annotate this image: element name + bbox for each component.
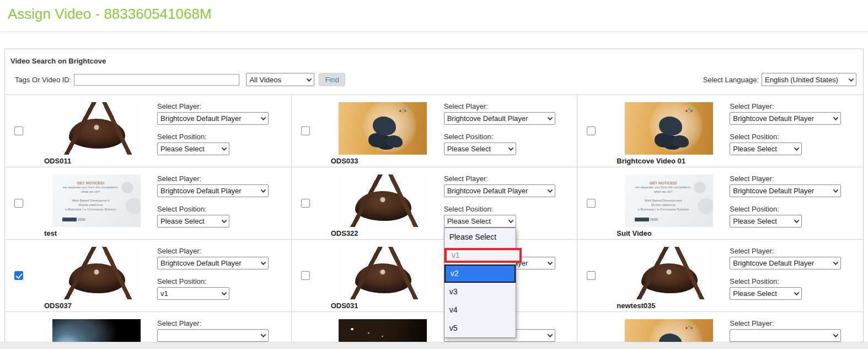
player-label: Select Player: xyxy=(730,247,863,255)
player-select[interactable]: Brightcove Default Player xyxy=(730,184,841,197)
find-button[interactable]: Find xyxy=(319,73,345,86)
video-name: Brightcove Video 01 xyxy=(612,157,725,165)
video-checkbox[interactable] xyxy=(587,271,596,280)
video-figure: Brightcove Video 01 xyxy=(612,95,725,167)
dropdown-option[interactable]: v3 xyxy=(444,283,516,301)
video-thumbnail xyxy=(625,247,713,299)
video-figure: ODS037 xyxy=(40,240,153,311)
tags-label: Tags Or Video ID: xyxy=(15,76,71,84)
search-panel: Video Search on Brightcove Tags Or Video… xyxy=(4,49,864,349)
chevron-down-icon xyxy=(833,187,839,193)
grid-row: ODS037 Select Player: Brightcove Default… xyxy=(5,239,863,311)
panel-header: Video Search on Brightcove xyxy=(5,49,863,71)
player-select[interactable] xyxy=(730,329,841,342)
video-thumbnail xyxy=(625,102,713,155)
video-checkbox[interactable] xyxy=(14,199,23,208)
player-label: Select Player: xyxy=(157,247,291,255)
video-figure: ODS011 xyxy=(40,95,153,167)
player-label: Select Player: xyxy=(730,174,863,183)
player-select[interactable]: Brightcove Default Player xyxy=(730,257,841,269)
position-select[interactable]: Please Select xyxy=(157,215,229,228)
chevron-down-icon xyxy=(261,115,266,120)
position-select[interactable]: Please Select xyxy=(730,287,802,300)
language-select[interactable]: English (United States) xyxy=(762,73,856,86)
player-select[interactable]: Brightcove Default Player xyxy=(730,112,841,125)
position-dropdown: Please Select v1 v2 v3 v4 v5 xyxy=(444,228,516,338)
chevron-down-icon xyxy=(547,187,553,193)
language-group: Select Language: English (United States) xyxy=(703,73,856,86)
dropdown-option[interactable]: v5 xyxy=(444,319,516,337)
chevron-down-icon xyxy=(307,76,312,82)
video-cell-brightcove-video-01: Brightcove Video 01 Select Player: Brigh… xyxy=(577,95,863,167)
promo-button-art xyxy=(62,218,77,221)
video-name: ODS011 xyxy=(40,157,153,165)
promo-line: what we do? xyxy=(625,189,702,194)
video-figure: ODS033 xyxy=(326,95,440,167)
video-thumbnail xyxy=(339,102,427,155)
video-figure: ODS322 xyxy=(326,167,440,239)
dropdown-option-annotated[interactable]: v1 xyxy=(444,248,522,263)
player-label: Select Player: xyxy=(444,102,577,110)
video-thumbnail xyxy=(339,247,427,299)
position-select[interactable]: Please Select xyxy=(730,142,802,155)
player-label: Select Player: xyxy=(730,319,863,327)
chevron-down-icon xyxy=(261,260,266,265)
video-checkbox[interactable] xyxy=(301,199,310,208)
assign-video-page: Assign Video - 883360541068M Video Searc… xyxy=(0,0,868,349)
position-select[interactable]: Please Select xyxy=(157,142,229,155)
promo-line: Mobile platforms xyxy=(625,203,702,207)
position-select-open[interactable]: Please Select xyxy=(444,215,516,228)
grid-row: ODS011 Select Player: Brightcove Default… xyxy=(5,94,863,167)
search-row: Tags Or Video ID: All Videos Find Select… xyxy=(5,71,863,94)
chevron-down-icon xyxy=(508,218,513,223)
dropdown-option[interactable]: Please Select xyxy=(444,228,516,246)
position-select[interactable]: v1 xyxy=(157,287,229,300)
video-checkbox[interactable] xyxy=(301,271,310,280)
video-cell-test: GET NOTICED! we separate you from the co… xyxy=(5,167,291,239)
video-thumbnail xyxy=(52,247,141,299)
chevron-down-icon xyxy=(849,76,854,82)
video-checkbox[interactable] xyxy=(587,126,596,135)
dropdown-option-highlighted[interactable]: v2 xyxy=(444,265,516,283)
cell-controls: Select Player: Brightcove Default Player… xyxy=(440,167,577,239)
tags-input[interactable] xyxy=(74,74,239,86)
cell-controls: Select Player: Brightcove Default Player… xyxy=(440,95,577,167)
position-label: Select Position: xyxy=(157,205,291,213)
video-cell-newtest035: newtest035 Select Player: Brightcove Def… xyxy=(577,240,863,311)
video-name: Suit Video xyxy=(612,229,725,237)
video-checkbox-checked[interactable] xyxy=(14,271,23,280)
chevron-down-icon xyxy=(794,218,800,223)
video-figure: newtest035 xyxy=(612,240,725,311)
player-select[interactable] xyxy=(157,329,269,342)
page-title: Assign Video - 883360541068M xyxy=(8,6,212,23)
position-label: Select Position: xyxy=(730,205,863,213)
dropdown-option[interactable]: v4 xyxy=(444,301,516,319)
cell-controls: Select Player: Brightcove Default Player… xyxy=(153,95,291,167)
promo-line: what we do? xyxy=(52,189,130,194)
player-select[interactable]: Brightcove Default Player xyxy=(444,112,555,125)
player-select[interactable]: Brightcove Default Player xyxy=(157,112,269,125)
video-checkbox[interactable] xyxy=(301,126,310,135)
video-thumbnail: GET NOTICED! we separate you from the co… xyxy=(625,174,713,227)
video-checkbox[interactable] xyxy=(14,126,23,135)
video-name: ODS322 xyxy=(326,229,440,237)
position-select[interactable]: Please Select xyxy=(730,215,802,228)
chevron-down-icon xyxy=(547,115,553,120)
bottom-scrollbar[interactable] xyxy=(0,342,868,349)
language-label: Select Language: xyxy=(703,76,759,84)
promo-line: Mobile platforms xyxy=(52,203,130,207)
position-select[interactable]: Please Select xyxy=(444,142,516,155)
chevron-down-icon xyxy=(261,187,266,193)
position-label: Select Position: xyxy=(444,133,577,141)
promo-button-art xyxy=(635,218,649,221)
videos-filter-select[interactable]: All Videos xyxy=(246,73,314,86)
player-select[interactable]: Brightcove Default Player xyxy=(444,184,555,197)
player-select[interactable]: Brightcove Default Player xyxy=(157,257,269,269)
player-select[interactable]: Brightcove Default Player xyxy=(157,184,269,197)
video-cell-suit-video: GET NOTICED! we separate you from the co… xyxy=(577,167,863,239)
video-checkbox[interactable] xyxy=(587,199,596,208)
chevron-down-icon xyxy=(794,290,800,295)
promo-line: Web Based Development xyxy=(625,198,702,203)
video-name: ODS031 xyxy=(326,302,440,310)
video-figure: GET NOTICED! we separate you from the co… xyxy=(40,167,153,239)
